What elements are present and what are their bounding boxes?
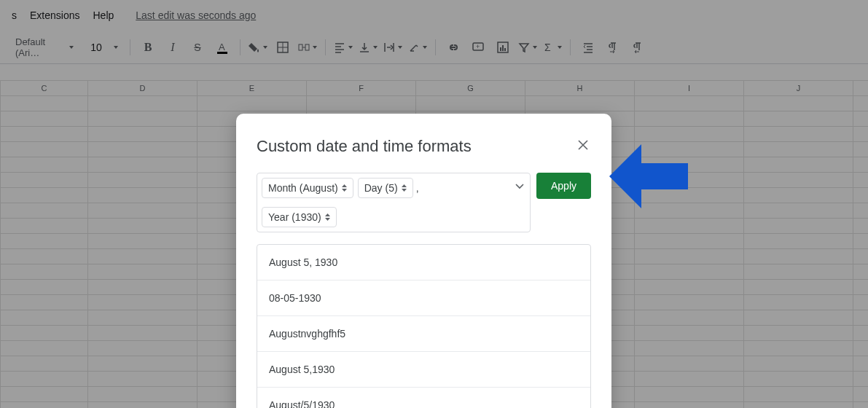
svg-text:A: A — [219, 42, 225, 52]
filter-button[interactable] — [517, 37, 538, 58]
borders-icon — [277, 42, 289, 53]
day-token-label: Day (5) — [364, 182, 398, 194]
italic-button[interactable]: I — [163, 37, 183, 58]
column-header[interactable]: E — [198, 81, 307, 95]
text-color-button[interactable]: A — [212, 37, 232, 58]
link-icon — [447, 41, 460, 54]
rotation-icon — [408, 42, 420, 53]
close-icon — [578, 140, 588, 150]
decrease-indent-button[interactable] — [578, 37, 598, 58]
format-preset-item[interactable]: August/5/1930 — [257, 388, 590, 408]
paint-bucket-icon — [249, 42, 260, 53]
font-size-selector[interactable]: 10 — [83, 37, 109, 58]
bold-button[interactable]: B — [138, 37, 158, 58]
menu-item-extensions[interactable]: Extensions — [30, 9, 79, 21]
wrap-icon — [383, 42, 395, 53]
day-token[interactable]: Day (5) — [358, 178, 413, 198]
column-header[interactable]: G — [416, 81, 525, 95]
menu-bar: s Extensions Help Last edit was seconds … — [0, 0, 868, 31]
format-preset-item[interactable]: August 5, 1930 — [257, 245, 590, 280]
custom-date-format-dialog: Custom date and time formats Month (Augu… — [236, 114, 611, 408]
sigma-icon: Σ — [543, 42, 555, 53]
outdent-icon — [582, 42, 594, 53]
column-header[interactable]: J — [744, 81, 853, 95]
borders-button[interactable] — [273, 37, 293, 58]
column-header[interactable]: H — [525, 81, 635, 95]
text-wrap-button[interactable] — [383, 37, 403, 58]
text-direction-ltr-button[interactable] — [603, 37, 623, 58]
format-preset-item[interactable]: August 5,1930 — [257, 352, 590, 388]
filter-icon — [518, 42, 530, 53]
text-rotation-button[interactable] — [407, 37, 428, 58]
text-color-icon: A — [216, 41, 229, 54]
chevron-down-icon — [69, 46, 74, 49]
insert-comment-button[interactable]: + — [468, 37, 488, 58]
annotation-arrow — [609, 134, 691, 219]
rtl-icon — [632, 42, 644, 53]
year-token[interactable]: Year (1930) — [262, 207, 337, 227]
literal-comma: , — [416, 182, 419, 194]
divider — [325, 39, 326, 55]
svg-rect-10 — [500, 47, 501, 51]
add-token-dropdown[interactable] — [515, 181, 524, 192]
svg-text:Σ: Σ — [544, 42, 551, 53]
svg-rect-12 — [504, 48, 506, 51]
ltr-icon — [607, 42, 619, 53]
svg-text:+: + — [476, 43, 480, 50]
column-header[interactable]: C — [1, 81, 88, 95]
toolbar: Default (Ari… 10 B I S A + — [0, 31, 868, 64]
dialog-title: Custom date and time formats — [257, 137, 472, 156]
arrow-left-icon — [609, 134, 691, 219]
format-token-input[interactable]: Month (August) Day (5) , Year (1930) — [257, 173, 531, 232]
stepper-icon — [342, 184, 347, 192]
strikethrough-button[interactable]: S — [187, 37, 208, 58]
column-headers: C D E F G H I J — [0, 80, 868, 96]
format-preset-list[interactable]: August 5, 1930 08-05-1930 Augustnvghgfhf… — [257, 244, 591, 408]
align-left-icon — [334, 42, 345, 53]
column-header[interactable]: D — [88, 81, 198, 95]
divider — [570, 39, 571, 55]
font-selector-label: Default (Ari… — [15, 36, 65, 58]
divider — [435, 39, 436, 55]
insert-chart-button[interactable] — [493, 37, 513, 58]
menu-item[interactable]: s — [12, 9, 17, 21]
svg-rect-1 — [217, 52, 227, 54]
chart-icon — [497, 42, 509, 53]
format-preset-item[interactable]: 08-05-1930 — [257, 280, 590, 316]
insert-link-button[interactable] — [443, 37, 464, 58]
divider — [240, 39, 241, 55]
chevron-down-icon[interactable] — [114, 46, 118, 49]
merge-icon — [298, 42, 310, 53]
vertical-align-button[interactable] — [358, 37, 378, 58]
close-button[interactable] — [575, 136, 591, 157]
valign-icon — [359, 42, 370, 53]
month-token[interactable]: Month (August) — [262, 178, 353, 198]
divider — [130, 39, 130, 55]
last-edit-link[interactable]: Last edit was seconds ago — [136, 9, 256, 21]
format-preset-item[interactable]: Augustnvghgfhf5 — [257, 316, 590, 352]
comment-icon: + — [472, 42, 484, 53]
chevron-down-icon — [515, 184, 524, 189]
font-size-value: 10 — [90, 42, 102, 53]
apply-button[interactable]: Apply — [536, 173, 591, 199]
svg-rect-5 — [299, 44, 302, 50]
svg-rect-6 — [305, 44, 309, 50]
font-selector[interactable]: Default (Ari… — [10, 37, 79, 58]
svg-rect-11 — [502, 45, 504, 51]
year-token-label: Year (1930) — [268, 211, 321, 223]
column-header[interactable]: F — [307, 81, 416, 95]
month-token-label: Month (August) — [268, 182, 338, 194]
text-direction-rtl-button[interactable] — [627, 37, 648, 58]
menu-item-help[interactable]: Help — [93, 9, 114, 21]
column-header[interactable]: I — [635, 81, 744, 95]
stepper-icon — [402, 184, 407, 192]
horizontal-align-button[interactable] — [333, 37, 353, 58]
functions-button[interactable]: Σ — [542, 37, 563, 58]
merge-cells-button[interactable] — [297, 37, 318, 58]
stepper-icon — [325, 213, 330, 221]
fill-color-button[interactable] — [248, 37, 268, 58]
